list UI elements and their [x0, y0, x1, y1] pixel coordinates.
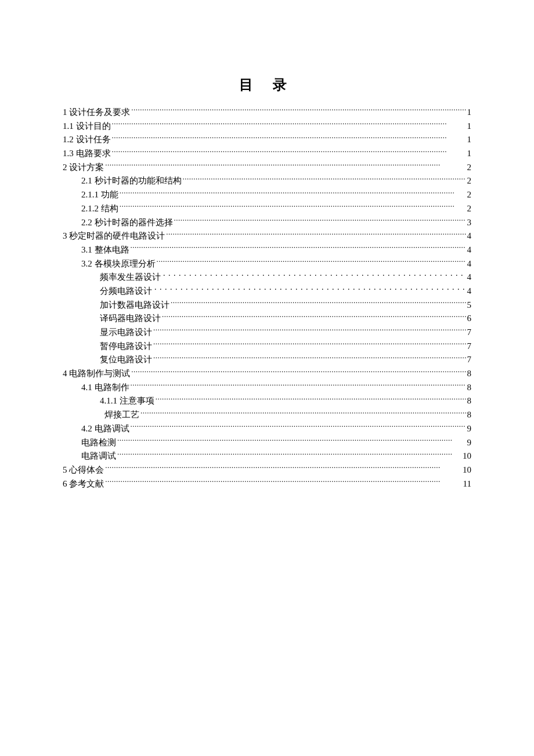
toc-entry-page: 1	[466, 106, 472, 120]
toc-leader	[118, 189, 466, 197]
toc-leader	[130, 368, 466, 376]
toc-entry-text: 1.3 电路要求	[63, 147, 111, 161]
toc-entry[interactable]: 加计数器电路设计5	[63, 298, 471, 312]
toc-entry[interactable]: 3.1 整体电路4	[63, 243, 471, 257]
toc-entry-text: 1.1 设计目的	[63, 120, 111, 134]
toc-entry-page: 3	[466, 216, 472, 230]
toc-entry[interactable]: 4.2 电路调试9	[63, 422, 471, 436]
toc-entry-text: 电路检测	[81, 436, 116, 450]
toc-leader	[104, 464, 461, 473]
toc-leader	[165, 230, 466, 239]
toc-entry-text: 3.2 各模块原理分析	[81, 257, 156, 271]
toc-entry-text: 分频电路设计	[100, 285, 152, 298]
toc-leader	[156, 258, 466, 267]
toc-entry-text: 2.1 秒计时器的功能和结构	[81, 174, 182, 188]
toc-entry-page: 7	[466, 353, 472, 367]
toc-leader	[130, 106, 466, 115]
toc-entry-page: 2	[466, 174, 472, 188]
toc-entry-text: 暂停电路设计	[100, 340, 152, 354]
toc-entry-text: 电路调试	[81, 449, 116, 463]
toc-leader	[129, 381, 466, 390]
toc-entry[interactable]: 4 电路制作与测试8	[63, 367, 471, 381]
toc-entry-page: 5	[466, 298, 472, 312]
toc-leader	[111, 134, 466, 142]
toc-entry-text: 3.1 整体电路	[81, 243, 129, 257]
toc-entry[interactable]: 4.1 电路制作8	[63, 381, 471, 395]
toc-entry-page: 8	[466, 408, 472, 422]
toc-entry[interactable]: 显示电路设计7	[63, 326, 471, 340]
toc-entry[interactable]: 6 参考文献11	[63, 477, 471, 491]
toc-leader	[173, 217, 466, 225]
toc-entry-page: 7	[466, 340, 472, 354]
toc-entry-text: 显示电路设计	[100, 326, 152, 340]
toc-entry[interactable]: 2.1 秒计时器的功能和结构2	[63, 174, 471, 188]
toc-entry-text: 频率发生器设计	[100, 271, 161, 285]
toc-entry[interactable]: 译码器电路设计6	[63, 312, 471, 326]
toc-leader	[154, 395, 466, 404]
toc-entry-text: 4.1.1 注意事项	[100, 394, 154, 408]
toc-entry-page: 4	[466, 257, 472, 271]
toc-leader	[111, 120, 466, 129]
toc-leader	[152, 285, 466, 294]
toc-entry-text: 5 心得体会	[63, 463, 104, 477]
toc-entry[interactable]: 暂停电路设计7	[63, 340, 471, 354]
toc-entry-page: 4	[466, 271, 472, 285]
toc-title: 目 录	[63, 75, 471, 94]
toc-entry-page: 6	[466, 312, 472, 326]
toc-entry-page: 10	[461, 449, 471, 463]
toc-entry[interactable]: 1.3 电路要求1	[63, 147, 471, 161]
toc-entry-page: 9	[466, 422, 472, 436]
toc-entry[interactable]: 1.2 设计任务1	[63, 133, 471, 147]
toc-entry-text: 译码器电路设计	[100, 312, 161, 326]
toc-entry[interactable]: 2.1.2 结构2	[63, 202, 471, 216]
toc-entry[interactable]: 2.1.1 功能2	[63, 188, 471, 202]
toc-leader	[116, 450, 461, 459]
toc-entry[interactable]: 5 心得体会10	[63, 463, 471, 477]
toc-entry[interactable]: 2 设计方案2	[63, 161, 471, 175]
toc-entry-text: 6 参考文献	[63, 477, 104, 491]
toc-entry[interactable]: 1 设计任务及要求1	[63, 106, 471, 120]
toc-entry-text: 加计数器电路设计	[100, 298, 169, 312]
toc-leader	[111, 147, 466, 156]
toc-leader	[104, 161, 466, 170]
toc-leader	[152, 354, 466, 362]
toc-entry[interactable]: 3 秒定时器的硬件电路设计4	[63, 229, 471, 243]
toc-entry-page: 7	[466, 326, 472, 340]
toc-entry[interactable]: 1.1 设计目的1	[63, 120, 471, 134]
toc-entry-page: 2	[466, 161, 472, 175]
toc-entry-page: 4	[466, 243, 472, 257]
toc-entry[interactable]: 频率发生器设计4	[63, 271, 471, 285]
toc-entry-page: 1	[466, 133, 472, 147]
toc-entry-page: 11	[462, 477, 471, 491]
toc-entry-page: 8	[466, 381, 472, 395]
toc-leader	[161, 312, 466, 321]
toc-entry[interactable]: 焊接工艺8	[63, 408, 471, 422]
toc-entry[interactable]: 4.1.1 注意事项8	[63, 394, 471, 408]
toc-entry[interactable]: 分频电路设计4	[63, 285, 471, 298]
toc-entry-page: 2	[466, 202, 472, 216]
toc-entry-page: 10	[461, 463, 471, 477]
toc-leader	[152, 340, 466, 349]
toc-entry[interactable]: 复位电路设计7	[63, 353, 471, 367]
toc-entry-text: 2.1.1 功能	[81, 188, 118, 202]
toc-entry[interactable]: 2.2 秒计时器的器件选择3	[63, 216, 471, 230]
toc-container: 1 设计任务及要求11.1 设计目的11.2 设计任务11.3 电路要求12 设…	[63, 106, 471, 491]
toc-leader	[182, 175, 466, 183]
toc-leader	[116, 437, 466, 445]
toc-entry-page: 1	[466, 120, 472, 134]
toc-entry-text: 1.2 设计任务	[63, 133, 111, 147]
toc-leader	[161, 271, 466, 280]
toc-entry-text: 1 设计任务及要求	[63, 106, 130, 120]
toc-entry-text: 4.1 电路制作	[81, 381, 129, 395]
toc-leader	[169, 299, 466, 308]
toc-entry[interactable]: 电路调试10	[63, 449, 471, 463]
toc-entry-text: 2.2 秒计时器的器件选择	[81, 216, 173, 230]
toc-entry-page: 8	[466, 367, 472, 381]
toc-entry-text: 2.1.2 结构	[81, 202, 118, 216]
toc-leader	[104, 478, 461, 487]
toc-entry[interactable]: 3.2 各模块原理分析4	[63, 257, 471, 271]
toc-entry-page: 9	[466, 436, 472, 450]
toc-entry-page: 8	[466, 394, 472, 408]
toc-entry-text: 3 秒定时器的硬件电路设计	[63, 229, 165, 243]
toc-entry[interactable]: 电路检测9	[63, 436, 471, 450]
